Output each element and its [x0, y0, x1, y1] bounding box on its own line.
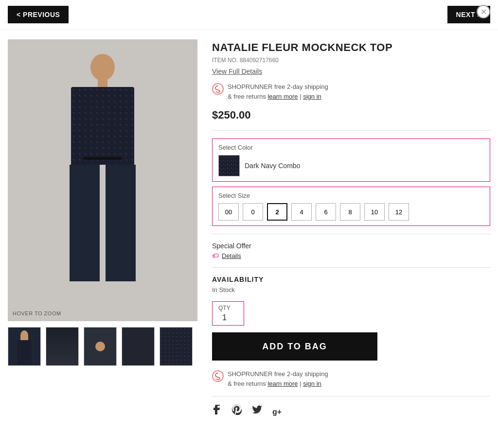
shoprunner-separator-top: | — [300, 93, 301, 100]
size-button-0[interactable]: 0 — [243, 203, 263, 221]
size-button-8[interactable]: 8 — [340, 203, 360, 221]
special-offer-details-link[interactable]: Details — [222, 252, 241, 259]
divider-3 — [212, 267, 490, 268]
shoprunner-main-text-bottom: SHOPRUNNER free 2-day shipping — [228, 370, 328, 378]
thumb-image-4 — [122, 327, 154, 365]
main-image-container[interactable]: HOVER TO ZOOM — [8, 39, 197, 321]
swatch-pattern — [219, 155, 239, 176]
product-image-section: HOVER TO ZOOM — [8, 39, 197, 418]
shoprunner-logo-icon-bottom — [214, 372, 222, 380]
special-offer-details: 🏷 Details — [212, 252, 490, 259]
thumbnail-strip — [8, 327, 197, 366]
thumb-image-1 — [8, 327, 40, 365]
size-button-2[interactable]: 2 — [267, 203, 287, 221]
shoprunner-bottom: SHOPRUNNER free 2-day shipping & free re… — [212, 369, 490, 388]
product-title: NATALIE FLEUR MOCKNECK TOP — [212, 41, 490, 54]
availability-title: AVAILABILITY — [212, 276, 490, 283]
color-selector-label: Select Color — [218, 144, 484, 151]
size-options: 00024681012 — [218, 203, 484, 221]
divider-4 — [212, 396, 490, 396]
size-button-12[interactable]: 12 — [389, 203, 409, 221]
facebook-svg — [212, 405, 222, 414]
shoprunner-sign-in-link-bottom[interactable]: sign in — [303, 380, 321, 387]
size-button-4[interactable]: 4 — [291, 203, 312, 221]
google-plus-text: g+ — [272, 408, 282, 416]
product-details: NATALIE FLEUR MOCKNECK TOP ITEM NO. 8840… — [212, 39, 490, 418]
size-button-00[interactable]: 00 — [218, 203, 239, 221]
thumb-image-5 — [160, 327, 192, 365]
close-icon: ✕ — [480, 7, 487, 17]
social-row: g+ — [212, 404, 490, 418]
shoprunner-learn-more-link-bottom[interactable]: learn more — [267, 380, 298, 387]
belt-decoration — [83, 157, 122, 160]
color-option[interactable]: Dark Navy Combo — [218, 155, 484, 176]
shoprunner-text-bottom: SHOPRUNNER free 2-day shipping & free re… — [228, 369, 328, 388]
add-to-bag-button[interactable]: ADD TO BAG — [212, 332, 377, 361]
shoprunner-top: SHOPRUNNER free 2-day shipping & free re… — [212, 82, 490, 101]
pinterest-svg — [231, 404, 242, 415]
color-selector-box: Select Color Dark Navy Combo — [212, 138, 490, 182]
model-left-leg — [70, 165, 100, 281]
shoprunner-icon-top — [212, 83, 224, 95]
tag-icon: 🏷 — [212, 252, 219, 259]
size-button-10[interactable]: 10 — [364, 203, 385, 221]
thumbnail-3[interactable] — [84, 327, 117, 366]
availability-status: In Stock — [212, 286, 490, 293]
twitter-svg — [252, 404, 263, 415]
thumbnail-2[interactable] — [46, 327, 79, 366]
qty-section: QTY — [212, 301, 490, 326]
top-navigation: < PREVIOUS NEXT > — [0, 0, 498, 30]
hover-zoom-label: HOVER TO ZOOM — [13, 310, 61, 316]
model-legs — [70, 165, 136, 281]
special-offer-section: Special Offer 🏷 Details — [212, 242, 490, 259]
model-body — [70, 87, 136, 281]
color-name: Dark Navy Combo — [245, 162, 300, 170]
thumbnail-5[interactable] — [160, 327, 193, 366]
shoprunner-icon-bottom — [212, 370, 224, 382]
size-selector-box: Select Size 00024681012 — [212, 187, 490, 226]
divider-2 — [212, 234, 490, 234]
item-number-value: 884092717660 — [240, 57, 279, 64]
shoprunner-subtext: & free returns — [228, 93, 266, 100]
model-right-leg — [106, 165, 136, 281]
item-number: ITEM NO. 884092717660 — [212, 57, 490, 64]
color-swatch[interactable] — [218, 155, 240, 176]
size-selector-label: Select Size — [218, 192, 484, 199]
shoprunner-logo-icon — [214, 85, 222, 93]
shoprunner-learn-more-link-top[interactable]: learn more — [267, 93, 298, 100]
qty-input[interactable] — [218, 313, 238, 322]
size-button-6[interactable]: 6 — [316, 203, 336, 221]
shoprunner-separator-bottom: | — [300, 380, 301, 387]
model-neck — [98, 78, 107, 87]
thumbnail-1[interactable] — [8, 327, 41, 366]
shoprunner-text-top: SHOPRUNNER free 2-day shipping & free re… — [228, 82, 328, 101]
item-number-label: ITEM NO. — [212, 57, 238, 64]
divider-1 — [212, 130, 490, 131]
thumb1-body — [17, 340, 32, 364]
facebook-icon[interactable] — [212, 405, 222, 417]
qty-label: QTY — [218, 305, 238, 311]
thumb-image-2 — [46, 327, 78, 365]
view-full-details-link[interactable]: View Full Details — [212, 68, 490, 75]
main-content: HOVER TO ZOOM — [0, 30, 498, 428]
thumb-image-3 — [84, 327, 116, 365]
thumb1-head — [20, 330, 28, 340]
shoprunner-subtext-bottom: & free returns — [228, 380, 266, 387]
close-button[interactable]: ✕ — [477, 5, 490, 18]
thumbnail-4[interactable] — [122, 327, 155, 366]
special-offer-label: Special Offer — [212, 242, 490, 250]
availability-section: AVAILABILITY In Stock — [212, 276, 490, 293]
twitter-icon[interactable] — [252, 404, 263, 418]
model-top — [71, 87, 134, 165]
product-main-image: HOVER TO ZOOM — [8, 39, 197, 321]
google-plus-icon[interactable]: g+ — [272, 405, 282, 417]
thumb3-head — [95, 342, 105, 351]
qty-box: QTY — [212, 301, 244, 326]
shoprunner-sign-in-link-top[interactable]: sign in — [303, 93, 321, 100]
model-head — [90, 54, 115, 81]
pinterest-icon[interactable] — [231, 404, 242, 418]
shoprunner-main-text: SHOPRUNNER free 2-day shipping — [228, 83, 328, 90]
product-price: $250.00 — [212, 109, 490, 121]
previous-button[interactable]: < PREVIOUS — [8, 6, 69, 23]
